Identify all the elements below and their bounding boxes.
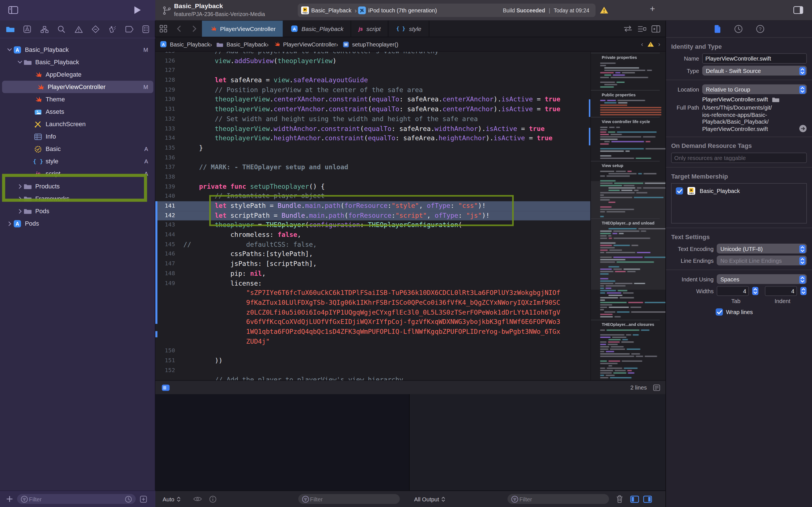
code-line-146[interactable]: 146 cssPaths:[stylePath], bbox=[155, 249, 591, 259]
code-line-134[interactable]: 134 theoplayerView.heightAnchor.constrai… bbox=[155, 133, 591, 143]
console-filter-field[interactable] bbox=[507, 494, 609, 504]
code-line-133[interactable]: 133 theoplayerView.widthAnchor.constrain… bbox=[155, 124, 591, 133]
sidebar-item-basic[interactable]: BasicA bbox=[0, 143, 155, 155]
code-line-144[interactable]: 144 chromeless: false, bbox=[155, 230, 591, 240]
scheme-device[interactable]: iPod touch (7th generation) bbox=[368, 7, 437, 13]
warning-icon[interactable] bbox=[600, 6, 608, 14]
sidebar-item-style[interactable]: { }styleA bbox=[0, 155, 155, 168]
code-line-wrap[interactable]: 1WQ1qbta6FOPzdQ4qbQc1sD4ZFK3qWmPUFOPLIQ-… bbox=[155, 327, 591, 337]
code-line-wrap[interactable]: ZUD4j" bbox=[155, 337, 591, 346]
line-endings-select[interactable]: No Explicit Line Endings bbox=[717, 256, 807, 265]
code-line-138[interactable]: 138 bbox=[155, 172, 591, 182]
activity-viewer[interactable]: THEO Basic_Playback › iPod touch (7th ge… bbox=[298, 4, 596, 17]
breakpoint-navigator-icon[interactable] bbox=[125, 26, 133, 33]
indent-width-stepper[interactable] bbox=[800, 287, 807, 295]
selection-indicator-icon[interactable] bbox=[161, 384, 170, 391]
sidebar-item-appdelegate[interactable]: AppDelegate bbox=[0, 68, 155, 80]
related-items-grid-icon[interactable] bbox=[155, 20, 171, 37]
tab-width-stepper[interactable] bbox=[752, 287, 759, 295]
breadcrumb-item-setuptheoplayer-[interactable]: MsetupTheoplayer() bbox=[342, 41, 398, 48]
sidebar-item-theme[interactable]: Theme bbox=[0, 93, 155, 106]
code-line-130[interactable]: 130 theoplayerView.centerXAnchor.constra… bbox=[155, 95, 591, 105]
breadcrumb-item-basic-playback[interactable]: ABasic_Playback bbox=[160, 40, 210, 48]
help-inspector-tab-icon[interactable]: ? bbox=[756, 25, 764, 33]
code-line-135[interactable]: 135 } bbox=[155, 144, 591, 153]
test-navigator-icon[interactable] bbox=[92, 25, 100, 33]
sidebar-item-launchscreen[interactable]: LaunchScreen bbox=[0, 118, 155, 130]
code-line-wrap[interactable]: 9fKaZTux10LUlFDXgTSb-3QIg06k1IKhrFSBrISC… bbox=[155, 298, 591, 307]
recent-files-clock-icon[interactable] bbox=[125, 496, 132, 503]
code-line-wrap[interactable]: "sZP7IYe6T6fcTuX60uCkC6k1TDPlFSaiISB-TuP… bbox=[155, 288, 591, 298]
navigator-filter-field[interactable] bbox=[17, 494, 136, 504]
code-line-137[interactable]: 137 // MARK: - THEOplayer setup and unlo… bbox=[155, 163, 591, 172]
sidebar-item-assets[interactable]: Assets bbox=[0, 106, 155, 118]
run-button[interactable] bbox=[134, 6, 142, 14]
code-line-149[interactable]: 149 license: bbox=[155, 279, 591, 288]
console-view[interactable] bbox=[409, 394, 665, 491]
variables-filter-input[interactable] bbox=[309, 496, 396, 503]
sidebar-item-basic-playback[interactable]: ABasic_PlaybackM bbox=[0, 43, 155, 56]
open-path-arrow-icon[interactable] bbox=[799, 125, 807, 133]
code-line-129[interactable]: 129 // Position playerView at the center… bbox=[155, 86, 591, 95]
code-review-icon[interactable] bbox=[623, 25, 632, 32]
file-inspector-tab-icon[interactable] bbox=[714, 25, 721, 33]
folder-icon[interactable] bbox=[772, 97, 779, 102]
add-file-icon[interactable] bbox=[6, 496, 13, 503]
code-line-wrap[interactable]: // Add the player to playerView's view h… bbox=[155, 375, 591, 380]
eye-icon[interactable] bbox=[193, 496, 202, 502]
disclosure-open-icon[interactable] bbox=[6, 48, 13, 51]
code-line-150[interactable]: 150 bbox=[155, 346, 591, 356]
back-chevron-icon[interactable] bbox=[171, 20, 186, 37]
previous-issue-chevron[interactable]: ‹ bbox=[641, 41, 643, 48]
sidebar-item-info[interactable]: Info bbox=[0, 130, 155, 143]
line-wrap-indicator-icon[interactable] bbox=[653, 384, 660, 391]
editor-options-icon[interactable] bbox=[638, 25, 646, 33]
forward-chevron-icon[interactable] bbox=[186, 20, 202, 37]
code-line-136[interactable]: 136 bbox=[155, 153, 591, 163]
sidebar-item-basic-playback[interactable]: Basic_Playback bbox=[0, 56, 155, 68]
code-line-152[interactable]: 152 bbox=[155, 365, 591, 375]
editor-tab-basic-playback[interactable]: ABasic_Playback bbox=[283, 20, 351, 37]
indent-width-field[interactable] bbox=[765, 286, 797, 296]
sidebar-item-pods[interactable]: Pods bbox=[0, 205, 155, 217]
code-line-wrap[interactable]: 6v6fVfKcqCoXVdQjLUOfVfGxEIDjiWQXrIYfpCoj… bbox=[155, 317, 591, 327]
debug-navigator-icon[interactable] bbox=[108, 25, 116, 33]
console-scope-popup[interactable]: All Output bbox=[414, 496, 446, 502]
navigator-panel-toggle-icon[interactable] bbox=[8, 6, 18, 14]
code-line-151[interactable]: 151 )) bbox=[155, 356, 591, 365]
show-variables-toggle-icon[interactable] bbox=[630, 496, 639, 503]
type-select[interactable]: Default - Swift Source bbox=[702, 66, 807, 75]
code-line-147[interactable]: 147 jsPaths: [scriptPath], bbox=[155, 259, 591, 269]
variables-view[interactable] bbox=[155, 394, 409, 491]
editor-minimap[interactable]: Private propertiesPublic propertiesView … bbox=[591, 52, 665, 380]
variables-filter-field[interactable] bbox=[298, 494, 400, 504]
code-line-126[interactable]: 126 view.addSubview(theoplayerView) bbox=[155, 56, 591, 66]
disclosure-closed-icon[interactable] bbox=[17, 209, 23, 214]
code-line-131[interactable]: 131 theoplayerView.centerYAnchor.constra… bbox=[155, 105, 591, 114]
sidebar-item-playerviewcontroller[interactable]: PlayerViewControllerM bbox=[2, 81, 153, 93]
code-line-125[interactable]: 125 // Add the playerView to view contro… bbox=[155, 52, 591, 56]
find-navigator-icon[interactable] bbox=[57, 25, 65, 33]
editor-tab-style[interactable]: { }style bbox=[389, 20, 429, 37]
code-line-139[interactable]: 139 private func setupTheoplayer() { bbox=[155, 182, 591, 191]
editor-tab-playerviewcontroller[interactable]: PlayerViewController bbox=[202, 20, 283, 37]
wrap-lines-checkbox[interactable] bbox=[716, 308, 723, 316]
tab-width-field[interactable] bbox=[717, 286, 749, 296]
history-inspector-tab-icon[interactable] bbox=[734, 25, 742, 33]
odr-tags-field[interactable] bbox=[671, 153, 807, 163]
console-filter-input[interactable] bbox=[518, 496, 605, 503]
variables-scope-popup[interactable]: Auto bbox=[163, 496, 181, 502]
disclosure-closed-icon[interactable] bbox=[6, 221, 13, 226]
project-navigator-icon[interactable] bbox=[6, 26, 14, 33]
symbol-navigator-icon[interactable] bbox=[40, 25, 49, 33]
source-control-navigator-icon[interactable] bbox=[23, 25, 31, 33]
add-button[interactable]: + bbox=[650, 4, 655, 15]
name-field[interactable] bbox=[702, 53, 807, 64]
disclosure-open-icon[interactable] bbox=[17, 61, 23, 64]
text-encoding-select[interactable]: Unicode (UTF-8) bbox=[717, 244, 807, 253]
breadcrumb-item-playerviewcontroller[interactable]: PlayerViewController bbox=[273, 40, 336, 48]
scm-status-filter-icon[interactable] bbox=[140, 496, 147, 503]
indent-using-select[interactable]: Spaces bbox=[717, 274, 807, 284]
code-line-128[interactable]: 128 let safeArea = view.safeAreaLayoutGu… bbox=[155, 75, 591, 85]
sidebar-item-pods[interactable]: APods bbox=[0, 217, 155, 230]
